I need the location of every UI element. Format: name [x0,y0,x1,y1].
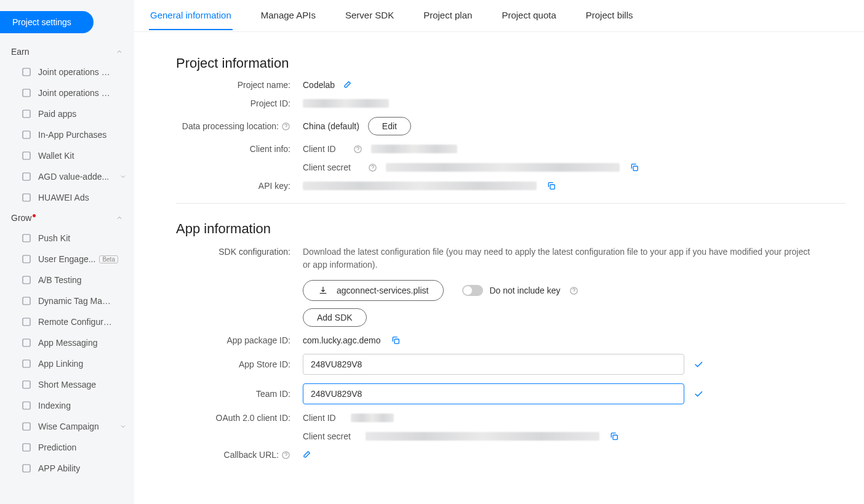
sidebar-item-paid-apps[interactable]: Paid apps [0,103,134,124]
label-project-name: Project name: [176,80,303,90]
sidebar-item-remote-configurati[interactable]: Remote Configurati... [0,311,134,332]
confirm-icon[interactable] [693,388,704,399]
include-key-toggle[interactable] [462,285,483,296]
sidebar-item-label: Paid apps [38,109,76,119]
label-team-id: Team ID: [176,389,303,399]
sidebar-item-agd-value-adde[interactable]: AGD value-adde... [0,166,134,187]
team-id-input[interactable] [303,383,684,404]
sidebar-item-app-messaging[interactable]: App Messaging [0,332,134,353]
main-area: General informationManage APIsServer SDK… [134,0,864,504]
download-icon [318,286,328,295]
sidebar-item-wallet-kit[interactable]: Wallet Kit [0,145,134,166]
copy-icon[interactable] [391,335,401,345]
svg-rect-23 [550,185,554,189]
copy-icon[interactable] [546,181,556,191]
sdk-config-description: Download the latest configuration file (… [303,246,820,271]
label-client-info: Client info: [176,144,303,154]
toggle-label: Do not include key [489,286,560,295]
app-store-id-input[interactable] [303,354,684,375]
oauth-client-id-blurred [351,414,394,422]
label-oauth-client-id: OAuth 2.0 client ID: [176,413,303,423]
svg-rect-0 [23,68,30,76]
tab-server-sdk[interactable]: Server SDK [344,1,395,30]
tab-project-quota[interactable]: Project quota [500,1,557,30]
label-api-key: API key: [176,181,303,191]
sidebar-item-short-message[interactable]: Short Message [0,374,134,395]
copy-icon[interactable] [609,431,619,441]
sidebar-item-label: In-App Purchases [38,130,106,140]
svg-rect-17 [23,444,30,451]
help-icon[interactable] [353,145,362,154]
svg-rect-4 [23,152,30,159]
help-icon[interactable] [281,450,290,460]
help-icon[interactable] [569,286,578,295]
sidebar-item-label: Joint operations – a... [38,67,112,77]
data-location-value: China (default) [303,121,359,131]
copy-icon[interactable] [630,162,639,172]
help-icon[interactable] [281,122,290,131]
svg-rect-13 [23,360,30,367]
label-sdk-config: SDK configuration: [176,246,303,257]
api-key-blurred [303,182,537,190]
nav-group-earn[interactable]: Earn [0,42,134,62]
sidebar-item-a-b-testing[interactable]: A/B Testing [0,270,134,290]
confirm-icon[interactable] [693,359,704,370]
tab-general-information[interactable]: General information [149,1,233,30]
svg-rect-25 [394,339,399,343]
help-icon[interactable] [368,163,377,172]
oauth-client-secret-blurred [366,432,599,441]
edit-callback-icon[interactable] [303,450,313,460]
svg-rect-8 [23,255,30,263]
sidebar-item-user-engage[interactable]: User Engage...Beta [0,249,134,270]
svg-rect-15 [23,402,30,409]
edit-location-button[interactable]: Edit [368,117,411,135]
add-sdk-button[interactable]: Add SDK [303,308,367,327]
sidebar-item-dynamic-tag-manag[interactable]: Dynamic Tag Manag... [0,290,134,311]
sidebar-item-prediction[interactable]: Prediction [0,437,134,458]
edit-name-icon[interactable] [343,80,353,90]
sidebar-item-app-ability[interactable]: APP Ability [0,458,134,479]
client-secret-blurred [386,163,620,172]
label-app-package-id: App package ID: [176,335,303,345]
svg-rect-7 [23,234,30,242]
sidebar: Project settings EarnJoint operations – … [0,0,134,504]
sidebar-item-label: A/B Testing [38,275,82,285]
svg-rect-16 [23,423,30,430]
svg-rect-2 [23,110,30,118]
project-info-title: Project information [176,55,846,71]
client-id-blurred [371,145,457,153]
svg-rect-18 [23,465,30,472]
project-name-value: Codelab [303,80,335,90]
sidebar-item-label: Remote Configurati... [38,317,112,327]
sidebar-item-joint-operations-a[interactable]: Joint operations – a... [0,62,134,82]
svg-rect-9 [23,276,30,284]
nav-group-grow[interactable]: Grow [0,208,134,228]
label-project-id: Project ID: [176,98,303,108]
sidebar-item-label: User Engage... [38,254,95,264]
sidebar-item-app-linking[interactable]: App Linking [0,353,134,374]
oauth-client-secret-label: Client secret [303,431,351,441]
tab-manage-apis[interactable]: Manage APIs [260,1,317,30]
sidebar-item-joint-operations-g[interactable]: Joint operations – g... [0,82,134,103]
project-settings-button[interactable]: Project settings [0,11,94,33]
label-app-store-id: App Store ID: [176,359,303,369]
tab-project-plan[interactable]: Project plan [422,1,473,30]
sidebar-item-indexing[interactable]: Indexing [0,395,134,416]
client-id-label: Client ID [303,144,336,154]
label-data-location: Data processing location: [182,121,279,131]
sidebar-item-wise-campaign[interactable]: Wise Campaign [0,416,134,437]
svg-rect-14 [23,381,30,388]
svg-rect-10 [23,297,30,305]
svg-rect-6 [23,194,30,201]
svg-rect-22 [633,166,638,170]
sidebar-item-label: HUAWEI Ads [38,193,89,202]
sidebar-item-label: Wallet Kit [38,151,74,161]
tab-project-bills[interactable]: Project bills [585,1,634,30]
svg-rect-26 [613,435,617,439]
sidebar-item-label: Indexing [38,401,71,410]
sidebar-item-push-kit[interactable]: Push Kit [0,228,134,249]
download-config-button[interactable]: agconnect-services.plist [303,280,444,301]
sidebar-item-in-app-purchases[interactable]: In-App Purchases [0,124,134,145]
sidebar-item-huawei-ads[interactable]: HUAWEI Ads [0,187,134,208]
svg-rect-11 [23,318,30,326]
